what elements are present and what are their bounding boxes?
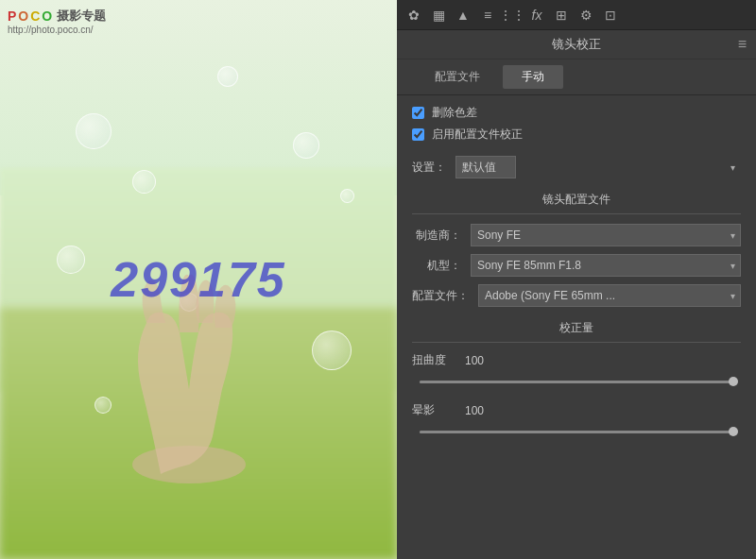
form-row-profile-file: 配置文件： Adobe (Sony FE 65mm ... <box>412 284 741 307</box>
vignette-row: 晕影 100 <box>412 402 741 418</box>
manufacturer-select[interactable]: Sony FE <box>471 224 741 246</box>
distortion-row: 扭曲度 100 <box>412 352 741 368</box>
checkbox-chromatic-label: 删除色差 <box>432 105 477 121</box>
profile-file-select[interactable]: Adobe (Sony FE 65mm ... <box>478 284 741 307</box>
poco-p: P <box>8 8 16 24</box>
distortion-label: 扭曲度 <box>412 352 450 368</box>
poco-c: C <box>30 8 40 24</box>
model-select-wrapper: Sony FE 85mm F1.8 <box>471 254 741 277</box>
bubble-2 <box>132 170 156 194</box>
model-label: 机型： <box>412 258 461 274</box>
checkbox-chromatic[interactable] <box>412 107 424 119</box>
tool-icon-3[interactable]: ▲ <box>454 6 472 25</box>
tool-icon-6[interactable]: ⊞ <box>552 6 571 25</box>
distortion-value: 100 <box>450 354 484 367</box>
tool-icon-4[interactable]: ≡ <box>478 6 497 25</box>
correction-heading: 校正量 <box>412 320 741 343</box>
profile-file-select-wrapper: Adobe (Sony FE 65mm ... <box>478 284 741 307</box>
settings-label: 设置： <box>412 160 446 176</box>
manufacturer-select-wrapper: Sony FE <box>471 224 741 246</box>
right-panel: ✿ ▦ ▲ ≡ ⋮⋮ fx ⊞ ⚙ ⊡ 镜头校正 ≡ 配置文件 手动 删除色差 … <box>397 0 756 559</box>
vignette-track <box>420 431 733 433</box>
hand-image <box>57 200 321 483</box>
manufacturer-label: 制造商： <box>412 228 461 244</box>
panel-header: 镜头校正 ≡ <box>397 30 756 59</box>
tool-icon-1[interactable]: ✿ <box>404 6 423 25</box>
watermark-url: http://photo.poco.cn/ <box>8 25 106 35</box>
tool-icon-2[interactable]: ▦ <box>429 6 448 25</box>
profile-file-label: 配置文件： <box>412 288 469 304</box>
form-row-manufacturer: 制造商： Sony FE <box>412 224 741 246</box>
vignette-slider-container <box>420 422 733 441</box>
tab-manual[interactable]: 手动 <box>503 65 563 89</box>
distortion-slider-container <box>420 372 733 391</box>
settings-select[interactable]: 默认值 <box>455 156 516 178</box>
tab-profile[interactable]: 配置文件 <box>416 65 499 89</box>
tool-icon-8[interactable]: ⊡ <box>601 6 620 25</box>
checkbox-profile-label: 启用配置文件校正 <box>432 127 523 143</box>
vignette-thumb[interactable] <box>729 427 738 436</box>
bubble-9 <box>217 66 238 87</box>
poco-o2: O <box>42 8 52 24</box>
panel-menu-icon[interactable]: ≡ <box>738 36 747 53</box>
settings-row: 设置： 默认值 <box>412 156 741 178</box>
poco-o: O <box>18 8 28 24</box>
toolbar: ✿ ▦ ▲ ≡ ⋮⋮ fx ⊞ ⚙ ⊡ <box>397 0 756 30</box>
checkbox-section: 删除色差 启用配置文件校正 <box>412 105 741 143</box>
tab-strip: 配置文件 手动 <box>397 59 756 95</box>
tool-icon-5[interactable]: ⋮⋮ <box>503 6 522 25</box>
distortion-track <box>420 381 733 383</box>
photo-panel: POCO 摄影专题 http://photo.poco.cn/ <box>0 0 397 559</box>
tool-icon-fx[interactable]: fx <box>527 6 546 25</box>
model-select[interactable]: Sony FE 85mm F1.8 <box>471 254 741 277</box>
panel-content: 删除色差 启用配置文件校正 设置： 默认值 镜头配置文件 制造商： Sony F <box>397 95 756 559</box>
checkbox-row-profile: 启用配置文件校正 <box>412 127 741 143</box>
center-watermark-number: 299175 <box>111 251 286 308</box>
vignette-value: 100 <box>450 404 484 417</box>
checkbox-profile[interactable] <box>412 128 424 141</box>
distortion-fill <box>420 381 733 383</box>
form-row-model: 机型： Sony FE 85mm F1.8 <box>412 254 741 277</box>
bubble-7 <box>293 132 319 159</box>
vignette-fill <box>420 431 733 433</box>
watermark: POCO 摄影专题 http://photo.poco.cn/ <box>8 8 106 35</box>
settings-select-wrapper: 默认值 <box>455 156 741 178</box>
watermark-title: 摄影专题 <box>57 8 106 25</box>
panel-title: 镜头校正 <box>406 36 747 53</box>
tool-icon-7[interactable]: ⚙ <box>576 6 595 25</box>
vignette-label: 晕影 <box>412 402 450 418</box>
correction-section: 校正量 扭曲度 100 晕影 100 <box>412 320 741 452</box>
checkbox-row-chromatic: 删除色差 <box>412 105 741 121</box>
lens-section-heading: 镜头配置文件 <box>412 192 741 214</box>
distortion-thumb[interactable] <box>729 377 738 386</box>
bubble-8 <box>340 189 354 203</box>
bubble-1 <box>76 113 112 149</box>
